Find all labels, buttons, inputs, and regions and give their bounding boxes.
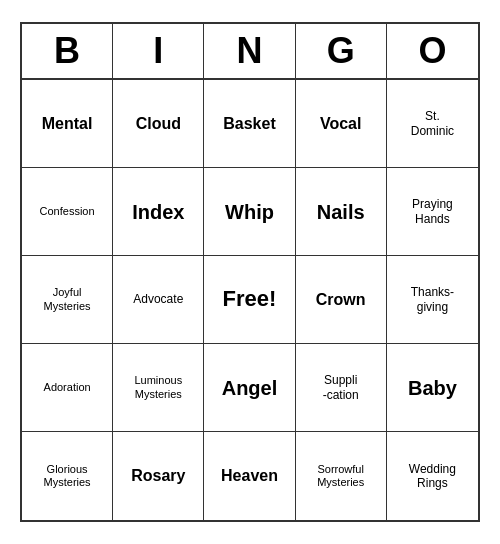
bingo-cell: Free!	[204, 256, 295, 344]
bingo-cell: Luminous Mysteries	[113, 344, 204, 432]
bingo-cell: St. Dominic	[387, 80, 478, 168]
bingo-cell: Cloud	[113, 80, 204, 168]
bingo-cell: Angel	[204, 344, 295, 432]
bingo-cell: Adoration	[22, 344, 113, 432]
bingo-cell: Glorious Mysteries	[22, 432, 113, 520]
bingo-cell: Praying Hands	[387, 168, 478, 256]
bingo-cell: Nails	[296, 168, 387, 256]
bingo-cell: Crown	[296, 256, 387, 344]
bingo-cell: Suppli -cation	[296, 344, 387, 432]
bingo-cell: Mental	[22, 80, 113, 168]
bingo-cell: Basket	[204, 80, 295, 168]
header-letter: B	[22, 24, 113, 78]
bingo-cell: Baby	[387, 344, 478, 432]
bingo-cell: Thanks- giving	[387, 256, 478, 344]
bingo-header: BINGO	[22, 24, 478, 80]
header-letter: G	[296, 24, 387, 78]
bingo-cell: Confession	[22, 168, 113, 256]
bingo-cell: Vocal	[296, 80, 387, 168]
bingo-cell: Index	[113, 168, 204, 256]
bingo-card: BINGO MentalCloudBasketVocalSt. DominicC…	[20, 22, 480, 522]
bingo-cell: Advocate	[113, 256, 204, 344]
bingo-cell: Wedding Rings	[387, 432, 478, 520]
bingo-cell: Joyful Mysteries	[22, 256, 113, 344]
header-letter: N	[204, 24, 295, 78]
bingo-cell: Whip	[204, 168, 295, 256]
bingo-cell: Heaven	[204, 432, 295, 520]
bingo-cell: Rosary	[113, 432, 204, 520]
header-letter: O	[387, 24, 478, 78]
header-letter: I	[113, 24, 204, 78]
bingo-grid: MentalCloudBasketVocalSt. DominicConfess…	[22, 80, 478, 520]
bingo-cell: Sorrowful Mysteries	[296, 432, 387, 520]
